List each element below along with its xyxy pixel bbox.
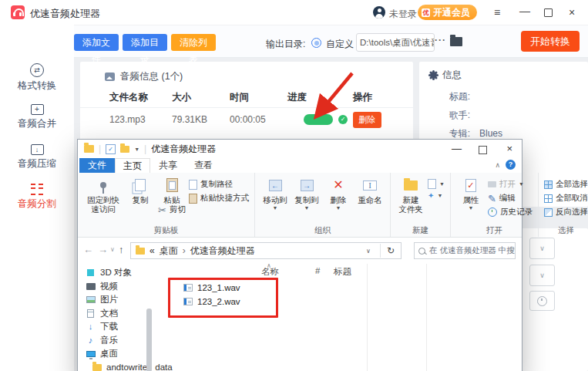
tab-共享[interactable]: 共享 xyxy=(150,158,186,173)
explorer-minimize-button[interactable]: — xyxy=(452,143,462,154)
ribbon-button-label: 打开 xyxy=(499,179,516,190)
forward-icon[interactable]: → xyxy=(98,244,108,255)
toolbar-button-清除列表[interactable]: 清除列表 xyxy=(171,34,216,51)
help-icon[interactable]: ? xyxy=(506,160,516,170)
tab-查看[interactable]: 查看 xyxy=(186,158,221,173)
ribbon-button-复制[interactable]: 复制 xyxy=(126,175,155,227)
breadcrumb-folder[interactable]: 优速音频处理器 xyxy=(190,245,255,258)
dropdown-select[interactable]: ∨ xyxy=(529,238,555,259)
tab-主页[interactable]: 主页 xyxy=(115,158,150,173)
ribbon-button-粘贴快捷方式[interactable]: 粘贴快捷方式 xyxy=(189,193,249,204)
downloads-icon: ↓ xyxy=(89,322,93,331)
output-path-input[interactable]: D:\tools\桌面\优速音频处理器 xyxy=(356,33,435,52)
ribbon-button-重命名[interactable]: I重命名 xyxy=(355,175,385,227)
sidebar-item-格式转换[interactable]: ⇄格式转换 xyxy=(0,63,74,93)
ribbon-button-反向选择[interactable]: 反向选择 xyxy=(544,207,588,218)
tree-scrollbar[interactable] xyxy=(146,309,152,371)
tree-icon-holder: ↓ xyxy=(86,322,96,331)
tree-item-andtowriter_data[interactable]: andtowriter_data xyxy=(78,361,155,371)
ribbon-group-选择: 全部选择全部取消反向选择选择 xyxy=(539,173,588,237)
sidebar-item-音频压缩[interactable]: ↓音频压缩 xyxy=(0,143,74,170)
breadcrumb-root[interactable]: « xyxy=(150,245,155,256)
tree-item-图片[interactable]: 图片 xyxy=(78,293,155,307)
ribbon-button-easy-access-icon[interactable]: ✦▼ xyxy=(428,192,445,200)
chevron-down-icon: ▼ xyxy=(437,192,442,200)
refresh-icon[interactable]: ↻ xyxy=(380,244,398,258)
list-column-header-标题[interactable]: 标题 xyxy=(334,266,351,278)
breadcrumb[interactable]: « 桌面 › 优速音频处理器 ∨ ↻ xyxy=(130,242,402,259)
ribbon-button-复制到[interactable]: →复制到▼ xyxy=(292,175,321,227)
ribbon-button-删除[interactable]: ✕删除▼ xyxy=(324,175,353,227)
list-column-header-名称[interactable]: 名称 xyxy=(261,266,279,278)
search-input[interactable]: 在 优速音频处理器 中搜索 xyxy=(414,242,516,259)
folder-icon xyxy=(84,145,94,153)
folder-icon xyxy=(92,364,102,371)
browse-more-button[interactable]: ··· xyxy=(435,35,446,46)
ribbon-button-新建文件夹[interactable]: 新建 文件夹 xyxy=(396,175,425,227)
tab-文件[interactable]: 文件 xyxy=(79,158,115,173)
address-dropdown-icon[interactable]: ∨ xyxy=(361,248,375,255)
tree-item-视频[interactable]: 视频 xyxy=(78,280,155,294)
explorer-address-bar: ← → ∨ ↑ « 桌面 › 优速音频处理器 ∨ ↻ 在 优速音频处理器 中搜索 xyxy=(78,238,522,265)
toolbar-button-添加文件[interactable]: 添加文件 xyxy=(74,34,119,51)
collapse-ribbon-icon[interactable]: ∧ xyxy=(495,161,500,169)
tree-item-3D 对象[interactable]: 3D 对象 xyxy=(78,266,155,280)
ribbon-button-固定到快速访问[interactable]: 固定到快 速访问 xyxy=(83,175,123,227)
up-icon[interactable]: ↑ xyxy=(119,244,124,255)
folder-icon[interactable] xyxy=(120,146,129,153)
invert-selection-icon xyxy=(544,208,553,217)
tree-item-文档[interactable]: 文档 xyxy=(78,307,155,321)
sidebar-item-音频合并[interactable]: +音频合并 xyxy=(0,103,74,130)
ribbon-button-粘贴[interactable]: 粘贴 xyxy=(157,175,186,204)
vip-membership-button[interactable]: 优 开通会员 xyxy=(418,5,477,20)
open-folder-icon[interactable] xyxy=(450,37,462,46)
tree-item-音乐[interactable]: ♪音乐 xyxy=(78,334,155,348)
ribbon-button-复制路径[interactable]: 复制路径 xyxy=(189,179,249,190)
column-header-时间: 时间 xyxy=(230,91,287,104)
breadcrumb-desktop[interactable]: 桌面 xyxy=(160,245,178,258)
ribbon-button-label: 新建 文件夹 xyxy=(398,195,423,214)
history-chevron-icon[interactable]: ∨ xyxy=(110,246,115,253)
ribbon-button-编辑[interactable]: ✎编辑 xyxy=(488,193,533,204)
navigation-tree: 3D 对象视频图片文档↓下载♪音乐桌面andtowriter_data xyxy=(78,266,155,371)
edit-icon: ✎ xyxy=(488,194,496,204)
sidebar-item-音频分割[interactable]: 音频分割 xyxy=(0,184,74,211)
explorer-close-button[interactable]: × xyxy=(506,143,512,154)
list-column-header-#[interactable]: # xyxy=(315,266,320,275)
table-header-row: 文件名称大小时间进度操作 xyxy=(80,88,413,108)
quick-access-check-icon[interactable]: ✓ xyxy=(106,144,116,154)
minimize-button[interactable]: — xyxy=(519,5,530,16)
vip-label: 开通会员 xyxy=(433,6,470,19)
qat-caret-icon[interactable]: ▼ xyxy=(134,147,139,152)
ribbon-button-历史记录[interactable]: 历史记录 xyxy=(488,207,533,218)
menu-hamburger-icon[interactable]: ≡ xyxy=(494,7,500,18)
start-convert-button[interactable]: 开始转换 xyxy=(521,31,580,52)
ribbon-button-全部取消[interactable]: 全部取消 xyxy=(544,193,588,204)
tree-item-桌面[interactable]: 桌面 xyxy=(78,347,155,361)
login-status[interactable]: 未登录 xyxy=(389,8,417,21)
ribbon-button-全部选择[interactable]: 全部选择 xyxy=(544,179,588,190)
ribbon-group-打开: ✓属性▼打开▼✎编辑历史记录打开 xyxy=(451,173,539,237)
pictures-icon xyxy=(86,296,96,303)
time-input[interactable] xyxy=(529,291,555,311)
tree-icon-holder xyxy=(86,351,96,357)
ribbon-button-属性[interactable]: ✓属性▼ xyxy=(456,175,486,227)
table-row[interactable]: 123.mp379.31KB00:00:05✓删除 xyxy=(80,108,413,131)
ribbon-button-剪切[interactable]: ✂剪切 xyxy=(158,204,186,215)
ribbon-icon-holder xyxy=(404,175,418,195)
ribbon-icon-holder xyxy=(135,175,146,195)
maximize-button[interactable] xyxy=(544,8,553,17)
explorer-ribbon: 固定到快 速访问复制粘贴✂剪切复制路径粘贴快捷方式剪贴板←移动到▼→复制到▼✕删… xyxy=(78,173,522,238)
tree-item-下载[interactable]: ↓下载 xyxy=(78,320,155,334)
custom-radio[interactable] xyxy=(311,38,321,48)
toolbar-button-添加目录[interactable]: 添加目录 xyxy=(123,34,167,51)
explorer-maximize-button[interactable] xyxy=(479,146,487,154)
ribbon-button-new-item-icon[interactable]: ▼ xyxy=(428,179,445,189)
close-button[interactable]: × xyxy=(569,7,575,18)
back-icon[interactable]: ← xyxy=(83,244,93,255)
ribbon-button-移动到[interactable]: ←移动到▼ xyxy=(260,175,290,227)
new-item-icon xyxy=(428,179,436,189)
dropdown-select[interactable]: ∨ xyxy=(529,265,555,286)
pane-divider[interactable] xyxy=(426,264,427,371)
user-avatar-icon[interactable] xyxy=(373,6,385,19)
